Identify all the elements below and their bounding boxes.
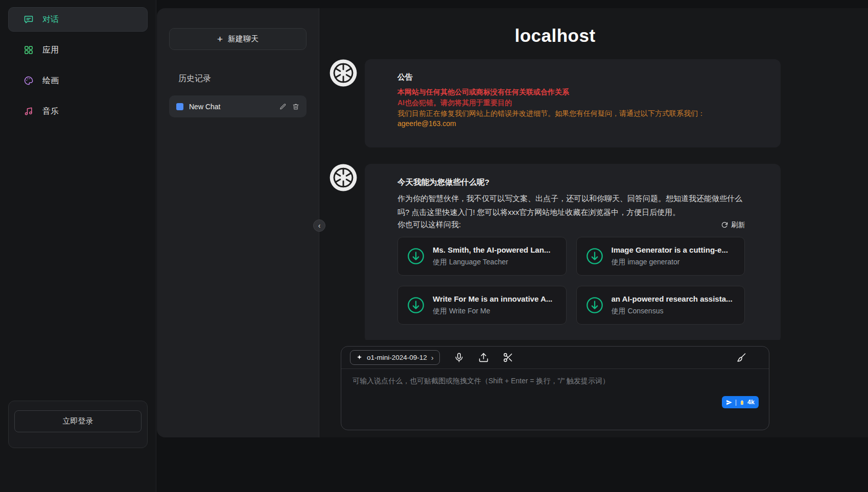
- chevron-right-icon: ›: [431, 354, 434, 361]
- new-chat-button[interactable]: + 新建聊天: [169, 28, 307, 50]
- delete-icon[interactable]: [292, 103, 299, 110]
- suggestion-title: Image Generator is a cutting-e...: [612, 245, 728, 254]
- suggestion-card[interactable]: an AI-powered research assista... 使用 Con…: [576, 286, 745, 325]
- openai-logo-icon: [330, 164, 357, 191]
- composer-input-area: | 4k: [341, 369, 769, 430]
- sparkle-icon: [356, 354, 363, 361]
- announcement-line-3: 我们目前正在修复我们网站上的错误并改进细节。如果您有任何疑问，请通过以下方式联系…: [397, 108, 745, 119]
- announcement-line-2: AI也会犯错。请勿将其用于重要目的: [397, 97, 745, 108]
- history-title: 历史记录: [178, 73, 307, 84]
- suggestion-card[interactable]: Write For Me is an innovative A... 使用 Wr…: [397, 286, 567, 325]
- model-label: o1-mini-2024-09-12: [367, 354, 427, 361]
- announcement-bubble: 公告 本网站与任何其他公司或商标没有任何关联或合作关系 AI也会犯错。请勿将其用…: [365, 59, 781, 147]
- refresh-label: 刷新: [731, 220, 745, 230]
- app-panel: + 新建聊天 历史记录 New Chat ‹ localhost: [157, 8, 868, 437]
- sidebar-item-music[interactable]: 音乐: [8, 99, 148, 124]
- chat-main: ‹ localhost: [319, 8, 868, 437]
- login-button[interactable]: 立即登录: [14, 410, 142, 432]
- sidebar-item-label: 应用: [42, 45, 59, 56]
- suggestion-grid: Ms. Smith, the AI-powered Lan... 使用 Lang…: [397, 237, 745, 325]
- contact-email-link[interactable]: ageerle@163.com: [397, 118, 745, 129]
- clear-context-broom-icon[interactable]: [736, 352, 747, 363]
- sidebar-item-label: 音乐: [42, 106, 59, 117]
- message-input[interactable]: [341, 369, 769, 430]
- sidebar-item-paint[interactable]: 绘画: [8, 68, 148, 93]
- assistant-avatar: [330, 59, 357, 87]
- badge-divider: |: [735, 399, 737, 406]
- page-title: localhost: [330, 26, 781, 46]
- collapse-sidebar-button[interactable]: ‹: [313, 219, 325, 232]
- welcome-bubble: 今天我能为您做些什么呢? 作为你的智慧伙伴，我不仅可以写文案、出点子，还可以和你…: [365, 164, 781, 340]
- chat-item-title: New Chat: [189, 103, 274, 111]
- message-welcome: 今天我能为您做些什么呢? 作为你的智慧伙伴，我不仅可以写文案、出点子，还可以和你…: [330, 164, 781, 340]
- gpt-download-icon: [585, 247, 604, 266]
- suggestion-subtitle: 使用 image generator: [612, 258, 728, 267]
- composer-toolbar: o1-mini-2024-09-12 ›: [341, 347, 769, 369]
- sidebar-item-chat[interactable]: 对话: [8, 7, 148, 32]
- login-card: 立即登录: [8, 401, 148, 448]
- battery-token-icon: [739, 399, 745, 406]
- suggestion-title: Write For Me is an innovative A...: [433, 294, 552, 303]
- openai-logo-icon: [330, 59, 357, 87]
- new-chat-label: 新建聊天: [228, 34, 259, 44]
- announcement-line-1: 本网站与任何其他公司或商标没有任何关联或合作关系: [397, 87, 745, 97]
- plus-icon: +: [217, 34, 223, 45]
- suggestion-card[interactable]: Image Generator is a cutting-e... 使用 ima…: [576, 237, 745, 276]
- refresh-icon: [721, 222, 728, 229]
- sidebar-item-apps[interactable]: 应用: [8, 38, 148, 62]
- assistant-avatar: [330, 164, 357, 191]
- upload-icon[interactable]: [478, 352, 489, 363]
- music-note-icon: [24, 106, 34, 116]
- token-count: 4k: [747, 399, 755, 406]
- suggestion-subtitle: 使用 Language Teacher: [433, 258, 550, 267]
- send-plane-icon: [726, 399, 733, 406]
- suggestion-subtitle: 使用 Write For Me: [433, 307, 552, 316]
- gpt-download-icon: [585, 296, 604, 315]
- suggestion-title: Ms. Smith, the AI-powered Lan...: [433, 245, 550, 254]
- microphone-icon[interactable]: [454, 352, 464, 363]
- edit-icon[interactable]: [279, 103, 287, 110]
- gpt-download-icon: [406, 296, 426, 315]
- suggestion-card[interactable]: Ms. Smith, the AI-powered Lan... 使用 Lang…: [397, 237, 567, 276]
- chat-message-area: localhost: [330, 8, 781, 340]
- chat-history-item[interactable]: New Chat: [169, 95, 307, 117]
- send-button[interactable]: | 4k: [722, 396, 759, 408]
- model-selector[interactable]: o1-mini-2024-09-12 ›: [350, 350, 440, 365]
- welcome-body: 作为你的智慧伙伴，我不仅可以写文案、出点子，还可以和你聊天、回答问题。想知道我还…: [397, 191, 745, 219]
- chat-bubble-icon: [24, 14, 34, 24]
- sidebar: 对话 应用 绘画 音乐 立即登录: [0, 0, 156, 492]
- apps-grid-icon: [24, 45, 34, 55]
- announcement-title: 公告: [397, 72, 745, 82]
- suggestion-title: an AI-powered research assista...: [612, 294, 733, 303]
- composer: o1-mini-2024-09-12 ›: [341, 346, 769, 430]
- chat-color-square: [176, 103, 183, 110]
- palette-icon: [24, 76, 34, 86]
- refresh-suggestions-button[interactable]: 刷新: [721, 220, 745, 230]
- suggestion-subtitle: 使用 Consensus: [612, 307, 733, 316]
- gpt-download-icon: [406, 247, 426, 266]
- scissors-icon[interactable]: [503, 352, 513, 363]
- welcome-hint: 你也可以这样问我:: [397, 220, 461, 230]
- sidebar-item-label: 对话: [42, 14, 59, 25]
- welcome-title: 今天我能为您做些什么呢?: [397, 177, 745, 188]
- sidebar-item-label: 绘画: [42, 76, 59, 86]
- chat-list-panel: + 新建聊天 历史记录 New Chat: [157, 8, 319, 437]
- message-announcement: 公告 本网站与任何其他公司或商标没有任何关联或合作关系 AI也会犯错。请勿将其用…: [330, 59, 781, 147]
